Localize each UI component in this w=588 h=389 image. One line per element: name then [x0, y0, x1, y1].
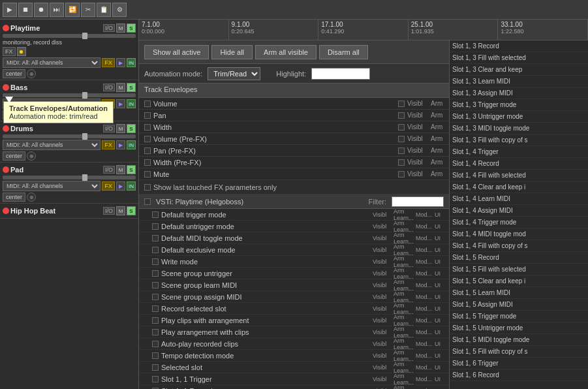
vsti-cb-4[interactable]	[152, 258, 159, 265]
track-m-pad[interactable]: M	[116, 165, 125, 174]
vsti-cb-5[interactable]	[152, 270, 159, 277]
env-cb-vol-prefx[interactable]	[144, 136, 151, 142]
track-mini-1-pad[interactable]: ▶	[116, 181, 125, 191]
track-m-bass[interactable]: M	[116, 83, 125, 92]
vsti-cb-8[interactable]	[152, 305, 159, 312]
vsti-cb-13[interactable]	[152, 364, 159, 371]
vsti-cb-7[interactable]	[152, 294, 159, 300]
vsti-cb-1[interactable]	[152, 223, 159, 230]
track-s-drums[interactable]: S	[127, 124, 136, 133]
toolbar-btn-6[interactable]: ✂	[81, 3, 95, 17]
fader-drums[interactable]	[3, 134, 136, 138]
slot-item-14[interactable]: Slot 1, 4 Assign MIDI	[450, 205, 588, 217]
center-label-pad[interactable]: center	[3, 193, 25, 202]
slot-item-12[interactable]: Slot 1, 4 Clear and keep i	[450, 181, 588, 193]
vsti-cb-0[interactable]	[152, 211, 159, 218]
vsti-cb-12[interactable]	[152, 352, 159, 359]
fx-btn-bass[interactable]: FX	[102, 99, 115, 108]
env-cb-pan-prefx[interactable]	[144, 148, 151, 154]
vsti-cb-3[interactable]	[152, 247, 159, 253]
env-cb-wid-prefx[interactable]	[144, 159, 151, 166]
slot-item-27[interactable]: Slot 1, 6 Trigger	[450, 358, 588, 369]
track-mini-1-bass[interactable]: ▶	[116, 99, 125, 108]
vsti-cb-14[interactable]	[152, 376, 159, 382]
slot-item-0[interactable]: Slot 1, 3 Record	[450, 40, 588, 52]
track-m-hiphopbeat[interactable]: M	[116, 206, 125, 215]
slot-item-23[interactable]: Slot 1, 5 Trigger mode	[450, 311, 588, 322]
slot-item-1[interactable]: Slot 1, 3 Fill with selected	[450, 52, 588, 64]
phase-btn-playtime[interactable]: ⊕	[27, 69, 36, 78]
fx-btn-drums[interactable]: FX	[102, 140, 115, 149]
hide-all-button[interactable]: Hide all	[211, 45, 253, 59]
midi-select-drums[interactable]: MIDI: All: All channels	[3, 140, 101, 150]
toolbar-btn-5[interactable]: 🔁	[65, 3, 80, 17]
env-vis-width[interactable]	[398, 124, 405, 131]
midi-select-bass[interactable]: MIDI: All: All channels	[3, 99, 101, 109]
slot-item-11[interactable]: Slot 1, 4 Fill with selected	[450, 170, 588, 181]
toolbar-btn-8[interactable]: ⚙	[112, 3, 127, 17]
slot-item-18[interactable]: Slot 1, 5 Record	[450, 252, 588, 264]
slot-item-6[interactable]: Slot 1, 3 Untrigger mode	[450, 111, 588, 123]
slot-item-3[interactable]: Slot 1, 3 Learn MIDI	[450, 76, 588, 87]
midi-select-pad[interactable]: MIDI: All: All channels	[3, 181, 101, 191]
phase-btn-bass[interactable]: ⊕	[27, 110, 36, 119]
slot-item-8[interactable]: Slot 1, 3 Fill with copy of s	[450, 134, 588, 146]
track-mini-2-drums[interactable]: IN	[127, 140, 136, 149]
slot-item-20[interactable]: Slot 1, 5 Clear and keep i	[450, 275, 588, 287]
track-io-hiphopbeat[interactable]: I/O	[103, 207, 115, 215]
midi-select-playtime[interactable]: MIDI: All: All channels	[3, 57, 101, 68]
fader-playtime[interactable]	[3, 34, 136, 38]
env-cb-volume[interactable]	[144, 101, 151, 107]
vsti-expand-cb[interactable]	[144, 198, 151, 205]
toolbar-btn-1[interactable]: ▶	[3, 3, 17, 17]
slot-item-17[interactable]: Slot 1, 4 Fill with copy of s	[450, 240, 588, 252]
slot-item-9[interactable]: Slot 1, 4 Trigger	[450, 146, 588, 158]
track-s-bass[interactable]: S	[127, 83, 136, 92]
vsti-cb-6[interactable]	[152, 282, 159, 288]
arm-all-visible-button[interactable]: Arm all visible	[255, 45, 317, 59]
disarm-all-button[interactable]: Disarm all	[319, 45, 368, 59]
track-io-playtime[interactable]: I/O	[103, 24, 115, 32]
track-mini-2-bass[interactable]: IN	[127, 99, 136, 108]
slot-item-13[interactable]: Slot 1, 4 Learn MIDI	[450, 193, 588, 205]
phase-btn-drums[interactable]: ⊕	[27, 151, 36, 161]
env-vis-pan[interactable]	[398, 112, 405, 119]
slot-item-16[interactable]: Slot 1, 4 MIDI toggle mod	[450, 228, 588, 240]
slot-item-10[interactable]: Slot 1, 4 Record	[450, 158, 588, 170]
slot-item-24[interactable]: Slot 1, 5 Untrigger mode	[450, 322, 588, 334]
track-io-drums[interactable]: I/O	[103, 125, 115, 132]
track-m-playtime[interactable]: M	[116, 23, 125, 33]
fx-btn-pad[interactable]: FX	[102, 181, 115, 191]
track-mini-1-playtime[interactable]: ▶	[116, 58, 125, 67]
slot-item-21[interactable]: Slot 1, 5 Learn MIDI	[450, 287, 588, 299]
env-vis-mute[interactable]	[398, 171, 405, 178]
slot-item-25[interactable]: Slot 1, 5 MIDI toggle mode	[450, 334, 588, 346]
toolbar-btn-4[interactable]: ⏭	[50, 3, 64, 17]
fader-bass[interactable]	[3, 93, 136, 97]
track-mini-2-playtime[interactable]: IN	[127, 58, 136, 67]
slot-item-5[interactable]: Slot 1, 3 Trigger mode	[450, 99, 588, 111]
vsti-cb-11[interactable]	[152, 341, 159, 347]
vsti-cb-10[interactable]	[152, 329, 159, 335]
env-vis-wid-prefx[interactable]	[398, 159, 405, 166]
rec-arm-playtime[interactable]: ⏺	[17, 47, 26, 56]
slot-item-28[interactable]: Slot 1, 6 Record	[450, 369, 588, 381]
automation-mode-select[interactable]: Trim/Read Read Touch Write Latch Bypass	[208, 67, 260, 80]
track-mini-1-drums[interactable]: ▶	[116, 140, 125, 149]
track-io-bass[interactable]: I/O	[103, 84, 115, 91]
center-label-playtime[interactable]: center	[3, 69, 25, 78]
track-m-drums[interactable]: M	[116, 124, 125, 133]
slot-item-2[interactable]: Slot 1, 3 Clear and keep	[450, 64, 588, 76]
center-label-drums[interactable]: center	[3, 151, 25, 161]
track-s-hiphopbeat[interactable]: S	[127, 206, 136, 215]
env-cb-mute[interactable]	[144, 171, 151, 178]
track-s-playtime[interactable]: S	[127, 23, 136, 33]
filter-input[interactable]	[392, 196, 444, 207]
vsti-cb-9[interactable]	[152, 317, 159, 324]
slot-item-4[interactable]: Slot 1, 3 Assign MIDI	[450, 87, 588, 99]
env-cb-pan[interactable]	[144, 112, 151, 119]
slot-item-19[interactable]: Slot 1, 5 Fill with selected	[450, 264, 588, 275]
center-label-bass[interactable]: center	[3, 110, 25, 119]
slot-item-7[interactable]: Slot 1, 3 MIDI toggle mode	[450, 123, 588, 134]
track-io-pad[interactable]: I/O	[103, 166, 115, 174]
